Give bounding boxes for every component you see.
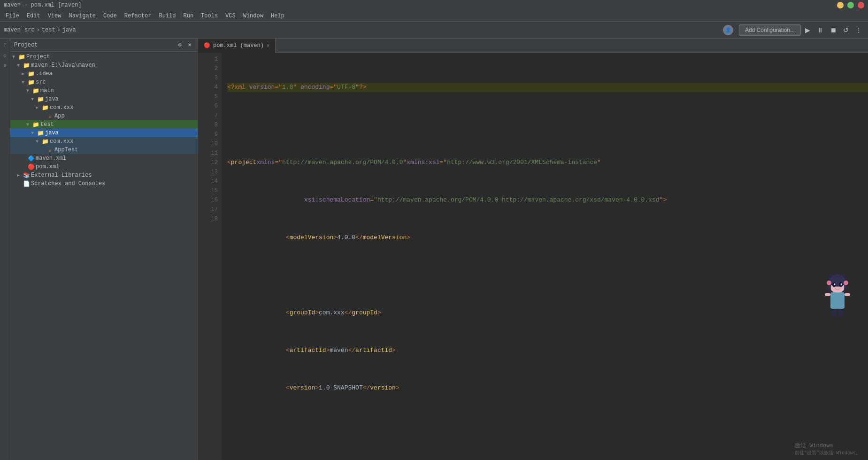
- close-button[interactable]: ✕: [858, 2, 864, 8]
- menu-build[interactable]: Build: [155, 12, 179, 20]
- code-line-6: [227, 271, 868, 280]
- tree-item-src[interactable]: ▼ 📁 src: [10, 78, 198, 86]
- tree-item-apptest[interactable]: ☕ AppTest: [10, 146, 198, 154]
- code-line-3: <project xmlns="http://maven.apache.org/…: [227, 158, 868, 167]
- tree-item-pom-xml[interactable]: 🔴 pom.xml: [10, 163, 198, 171]
- menu-tools[interactable]: Tools: [197, 12, 222, 20]
- line-num-3: 3: [198, 73, 222, 83]
- menu-view[interactable]: View: [44, 12, 65, 20]
- left-sidebar-icons: P ⊙ ≡: [0, 39, 10, 460]
- code-line-4: xsi:schemaLocation="http://maven.apache.…: [227, 195, 868, 205]
- menu-navigate[interactable]: Navigate: [65, 12, 100, 20]
- menu-help[interactable]: Help: [267, 12, 288, 20]
- code-content[interactable]: <?xml version="1.0" encoding="UTF-8"?> <…: [222, 53, 868, 460]
- more-actions-button[interactable]: ⋮: [853, 25, 864, 35]
- menu-edit[interactable]: Edit: [23, 12, 44, 20]
- code-line-9: <version>1.0-SNAPSHOT</version>: [227, 383, 868, 393]
- line-num-10: 10: [198, 139, 222, 148]
- line-num-5: 5: [198, 92, 222, 101]
- commit-icon[interactable]: ⊙: [0, 51, 10, 60]
- line-num-1: 1: [198, 55, 222, 64]
- tree-item-scratches[interactable]: 📄 Scratches and Consoles: [10, 179, 198, 188]
- menu-bar: File Edit View Navigate Code Refactor Bu…: [0, 10, 868, 22]
- minimize-button[interactable]: ─: [837, 2, 844, 8]
- line-num-8: 8: [198, 120, 222, 130]
- tree-item-external-libs[interactable]: ▶ 📚 External Libraries: [10, 171, 198, 179]
- project-panel: Project ⚙ ✕ ▼ 📁 Project ▼ 📁 maven E:\Jav…: [10, 39, 198, 460]
- tree-item-main-comxxx[interactable]: ▶ 📁 com.xxx: [10, 103, 198, 112]
- window-controls: ─ □ ✕: [837, 2, 864, 8]
- title-bar: maven - pom.xml [maven] ─ □ ✕: [0, 0, 868, 10]
- tree-item-idea[interactable]: ▶ 📁 .idea: [10, 70, 198, 78]
- tree-item-maven-root[interactable]: ▼ 📁 maven E:\Java\maven: [10, 61, 198, 70]
- breadcrumb-src[interactable]: src: [24, 27, 35, 33]
- code-line-5: <modelVersion>4.0.0</modelVersion>: [227, 233, 868, 242]
- tree-item-main[interactable]: ▼ 📁 main: [10, 86, 198, 95]
- structure-icon-left[interactable]: ≡: [0, 61, 10, 70]
- code-line-2: [227, 120, 868, 130]
- tab-pom-xml[interactable]: 🔴 pom.xml (maven) ✕: [198, 39, 276, 53]
- menu-file[interactable]: File: [2, 12, 23, 20]
- breadcrumb-test[interactable]: test: [42, 27, 55, 33]
- breadcrumb-java[interactable]: java: [62, 27, 76, 33]
- code-editor[interactable]: 1 2 3 4 5 6 7 8 9 10 11 12 13 14 15 16 1: [198, 53, 868, 460]
- code-line-1: <?xml version="1.0" encoding="UTF-8"?>: [227, 83, 868, 92]
- project-icon[interactable]: P: [0, 40, 10, 50]
- tree-item-test-java[interactable]: ▼ 📁 java: [10, 129, 198, 137]
- code-line-10: [227, 421, 868, 430]
- project-tree: ▼ 📁 Project ▼ 📁 maven E:\Java\maven ▶ 📁 …: [10, 52, 198, 460]
- toolbar-project-label: maven: [4, 27, 21, 33]
- menu-window[interactable]: Window: [239, 12, 267, 20]
- run-button[interactable]: ▶: [803, 25, 813, 35]
- main-content: P ⊙ ≡ Project ⚙ ✕ ▼ 📁 Project ▼ 📁 maven …: [0, 39, 868, 460]
- tab-pom-xml-label: pom.xml (maven): [213, 42, 264, 49]
- line-numbers: 1 2 3 4 5 6 7 8 9 10 11 12 13 14 15 16 1: [198, 53, 222, 460]
- editor-area: 🔴 pom.xml (maven) ✕ 1 2 3 4 5 6 7 8 9 10: [198, 39, 868, 460]
- tree-item-main-java[interactable]: ▼ 📁 java: [10, 95, 198, 103]
- maximize-button[interactable]: □: [847, 2, 854, 8]
- line-num-18: 18: [198, 214, 222, 224]
- project-panel-header: Project ⚙ ✕: [10, 39, 198, 52]
- title-text: maven - pom.xml [maven]: [4, 2, 82, 8]
- editor-tabs: 🔴 pom.xml (maven) ✕: [198, 39, 868, 53]
- menu-vcs[interactable]: VCS: [222, 12, 239, 20]
- line-num-13: 13: [198, 167, 222, 177]
- add-configuration-button[interactable]: Add Configuration...: [739, 24, 801, 36]
- tree-item-project[interactable]: ▼ 📁 Project: [10, 53, 198, 61]
- menu-run[interactable]: Run: [179, 12, 197, 20]
- restart-button[interactable]: ↺: [841, 25, 851, 35]
- line-num-6: 6: [198, 101, 222, 111]
- tree-item-app[interactable]: ☕ App: [10, 112, 198, 120]
- line-num-14: 14: [198, 177, 222, 186]
- line-num-15: 15: [198, 186, 222, 195]
- code-line-8: <artifactId>maven</artifactId>: [227, 346, 868, 355]
- code-line-7: <groupId>com.xxx</groupId>: [227, 308, 868, 318]
- project-panel-close[interactable]: ✕: [186, 40, 194, 49]
- stop-button[interactable]: ⏹: [828, 25, 839, 35]
- tree-item-test[interactable]: ▼ 📁 test: [10, 120, 198, 129]
- line-num-9: 9: [198, 130, 222, 139]
- line-num-17: 17: [198, 205, 222, 214]
- menu-code[interactable]: Code: [100, 12, 121, 20]
- line-num-7: 7: [198, 111, 222, 120]
- toolbar-breadcrumb: src › test › java: [24, 27, 76, 33]
- tab-pom-xml-close[interactable]: ✕: [267, 43, 269, 48]
- project-panel-title: Project: [14, 42, 38, 48]
- line-num-12: 12: [198, 158, 222, 167]
- line-num-2: 2: [198, 64, 222, 73]
- tree-item-maven-xml[interactable]: 🔷 maven.xml: [10, 154, 198, 163]
- line-num-16: 16: [198, 195, 222, 205]
- pause-button[interactable]: ⏸: [814, 25, 826, 35]
- project-panel-settings[interactable]: ⚙: [176, 40, 184, 49]
- user-avatar[interactable]: 👤: [723, 25, 733, 35]
- tree-item-test-comxxx[interactable]: ▼ 📁 com.xxx: [10, 137, 198, 146]
- toolbar: maven src › test › java 👤 Add Configurat…: [0, 22, 868, 39]
- line-num-11: 11: [198, 148, 222, 158]
- menu-refactor[interactable]: Refactor: [121, 12, 155, 20]
- line-num-4: 4: [198, 83, 222, 92]
